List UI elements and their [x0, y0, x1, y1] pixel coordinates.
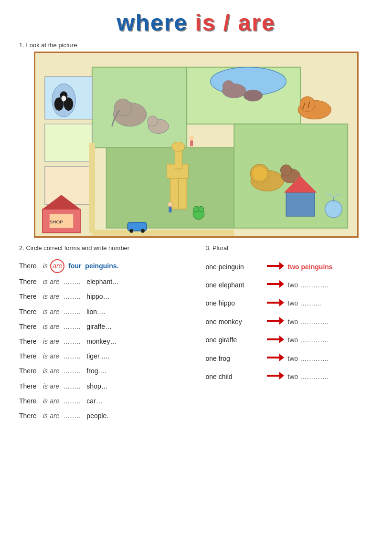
svg-text:SHOP: SHOP: [49, 219, 63, 224]
svg-point-28: [252, 167, 266, 181]
is-option: is: [43, 365, 48, 377]
there-label: There: [19, 336, 43, 347]
number-dots: ……..: [63, 350, 85, 362]
arrow-icon: [267, 280, 284, 288]
plural-row: one hippo two ……….: [206, 296, 373, 311]
are-option: are: [50, 380, 59, 392]
page-title: where is / are: [19, 10, 373, 36]
plural-row: one child two ………….: [206, 369, 373, 384]
there-label: There: [19, 410, 43, 422]
arrow-icon: [266, 351, 285, 366]
svg-marker-64: [279, 336, 284, 343]
svg-marker-62: [279, 317, 284, 325]
is-option: is: [43, 276, 48, 288]
svg-marker-68: [279, 372, 284, 379]
plural-row: one giraffe two ………….: [206, 333, 373, 348]
there-label: There: [19, 260, 43, 272]
exercise-row: There is are …….. frog.…: [19, 365, 187, 377]
arrow-icon: [266, 259, 285, 274]
number-dots: ……..: [63, 410, 85, 422]
arrow-icon: [267, 262, 284, 270]
plural-row: one elephant two ………….: [206, 277, 373, 293]
number-dots: ……..: [63, 276, 85, 288]
plural-row: one peinguin two peinguins: [206, 259, 373, 274]
svg-point-53: [325, 200, 342, 218]
number-dots: ……..: [63, 321, 85, 333]
are-option: are: [50, 291, 59, 303]
is-option: is: [43, 306, 48, 318]
section-exercise: There is are four peinguins. There is ar…: [19, 259, 187, 425]
exercise-row: There is are …….. shop…: [19, 380, 187, 392]
animal-label: monkey…: [86, 336, 117, 347]
there-label: There: [19, 291, 43, 303]
animal-label: giraffe…: [86, 321, 112, 333]
animal-label: people.: [86, 410, 108, 422]
are-option: are: [50, 350, 59, 362]
are-option: are: [50, 410, 59, 422]
animal-label: lion.…: [86, 306, 106, 318]
singular-word: one hippo: [206, 297, 263, 309]
plural-answer: two ………….: [288, 279, 329, 291]
exercise-row: There is are …….. hippo…: [19, 291, 187, 303]
svg-rect-7: [44, 167, 92, 204]
is-option: is: [43, 321, 48, 333]
there-label: There: [19, 380, 43, 392]
svg-rect-65: [267, 357, 279, 358]
are-circled: are: [50, 259, 64, 273]
number-dots: ……..: [63, 380, 85, 392]
plural-answer: two ………….: [288, 353, 329, 365]
number-dots: ……..: [63, 291, 85, 303]
are-option: are: [50, 321, 59, 333]
there-label: There: [19, 321, 43, 333]
number-dots: ……..: [63, 336, 85, 347]
plural-row: one monkey two ………….: [206, 314, 373, 329]
are-option: are: [50, 336, 59, 347]
arrow-icon: [267, 372, 284, 379]
svg-point-52: [141, 229, 145, 233]
svg-marker-66: [279, 354, 284, 361]
zoo-image: SHOP: [34, 52, 359, 238]
singular-word: one child: [206, 371, 263, 383]
exercise-row: There is are …….. tiger .…: [19, 350, 187, 362]
section-plural: one peinguin two peinguins one elephant …: [206, 259, 373, 425]
are-option: are: [50, 276, 59, 288]
svg-rect-67: [267, 375, 279, 377]
svg-rect-63: [267, 338, 279, 340]
animal-label: shop…: [86, 380, 107, 392]
singular-word: one elephant: [206, 279, 263, 291]
svg-rect-59: [267, 302, 279, 304]
animal-answer: peinguins.: [85, 260, 118, 272]
singular-word: one monkey: [206, 316, 263, 328]
svg-marker-58: [279, 280, 284, 288]
are-option: are: [50, 395, 59, 407]
arrow-icon: [266, 296, 285, 311]
are-option: are: [50, 365, 59, 377]
singular-word: one peinguin: [206, 261, 263, 273]
svg-point-30: [280, 165, 292, 176]
svg-point-23: [300, 96, 315, 112]
exercise-row: There is are …….. giraffe…: [19, 321, 187, 333]
there-label: There: [19, 365, 43, 377]
exercise-row: There is are …….. car…: [19, 395, 187, 407]
plural-answer: two peinguins: [288, 261, 333, 273]
arrow-icon: [266, 277, 285, 293]
exercise-row: There is are …….. monkey…: [19, 336, 187, 347]
is-option: is: [43, 260, 48, 272]
is-option: is: [43, 336, 48, 347]
animal-label: car…: [86, 395, 102, 407]
are-option: are: [50, 306, 59, 318]
animal-label: hippo…: [86, 291, 109, 303]
svg-rect-36: [286, 192, 314, 216]
svg-rect-49: [190, 140, 193, 146]
number-dots: ……..: [63, 395, 85, 407]
there-label: There: [19, 350, 43, 362]
svg-rect-47: [169, 207, 171, 212]
singular-word: one frog: [206, 353, 263, 365]
arrow-icon: [266, 314, 285, 329]
svg-point-48: [189, 136, 194, 140]
svg-marker-56: [279, 262, 284, 270]
is-option: is: [43, 291, 48, 303]
there-label: There: [19, 306, 43, 318]
svg-point-21: [244, 90, 263, 101]
svg-rect-6: [44, 124, 92, 162]
